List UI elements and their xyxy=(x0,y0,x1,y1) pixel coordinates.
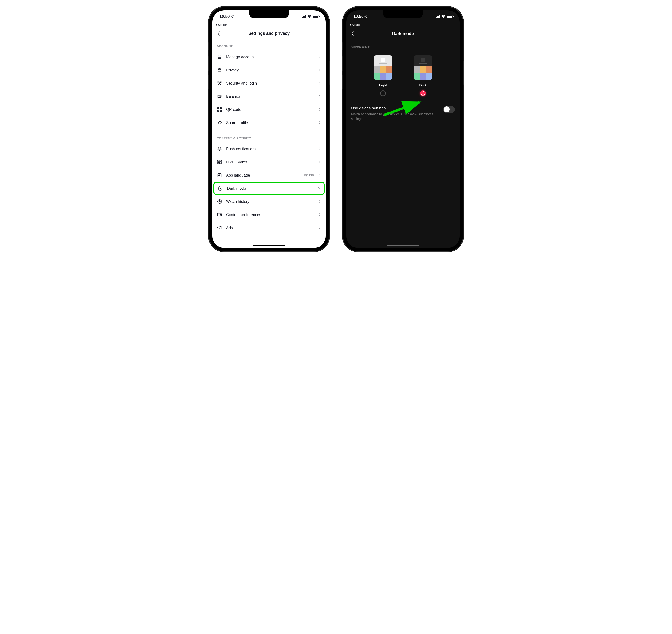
breadcrumb-back-icon xyxy=(349,24,351,26)
appearance-option-light[interactable]: ♪ Light xyxy=(374,55,392,96)
cellular-icon xyxy=(302,15,306,18)
lock-icon xyxy=(217,67,222,73)
qr-icon xyxy=(217,106,222,112)
device-setting-subtitle: Match appearance to your device's Displa… xyxy=(351,112,440,121)
settings-list[interactable]: ACCOUNT Manage accountPrivacySecurity an… xyxy=(212,39,326,248)
chevron-right-icon xyxy=(318,226,321,230)
list-row-calendar[interactable]: LIVE Events xyxy=(212,155,326,169)
use-device-settings-row: Use device settings Match appearance to … xyxy=(346,102,460,125)
chevron-left-icon xyxy=(350,31,355,36)
row-label: Push notifications xyxy=(226,147,314,151)
chevron-right-icon xyxy=(318,107,321,111)
row-label: LIVE Events xyxy=(226,160,314,164)
row-label: Content preferences xyxy=(226,213,314,217)
device-setting-toggle[interactable] xyxy=(443,106,455,113)
chevron-right-icon xyxy=(318,94,321,98)
list-row-bell[interactable]: Push notifications xyxy=(212,142,326,155)
list-row-wallet[interactable]: Balance xyxy=(212,90,326,103)
status-time: 10:50 xyxy=(219,14,230,19)
chevron-right-icon xyxy=(318,200,321,203)
battery-icon xyxy=(447,15,453,18)
row-label: Manage account xyxy=(226,55,314,59)
list-row-video[interactable]: Content preferences xyxy=(212,208,326,221)
moon-icon xyxy=(217,186,223,191)
row-label: App language xyxy=(226,173,298,177)
radio-light[interactable] xyxy=(380,91,386,96)
share-icon xyxy=(217,120,222,125)
language-icon xyxy=(217,172,222,178)
location-arrow-icon xyxy=(231,15,234,18)
list-row-moon[interactable]: Dark mode xyxy=(213,182,325,195)
page-title: Dark mode xyxy=(346,31,460,36)
list-row-share[interactable]: Share profile xyxy=(212,116,326,129)
row-label: Share profile xyxy=(226,120,314,125)
bell-icon xyxy=(217,146,222,152)
breadcrumb-label: Search xyxy=(352,23,362,27)
chevron-right-icon xyxy=(318,55,321,59)
appearance-options: ♪ Light ♪ Dark xyxy=(346,51,460,102)
appearance-label-dark: Dark xyxy=(419,83,427,87)
wifi-icon xyxy=(441,15,445,18)
notch xyxy=(249,10,289,18)
row-value: English xyxy=(302,173,314,177)
chevron-right-icon xyxy=(318,173,321,177)
darkmode-content: Appearance ♪ Light ♪ Dark xyxy=(346,39,460,248)
chevron-right-icon xyxy=(318,213,321,217)
list-row-lock[interactable]: Privacy xyxy=(212,64,326,77)
chevron-right-icon xyxy=(317,187,321,190)
notch xyxy=(383,10,423,18)
history-icon xyxy=(217,199,222,204)
chevron-left-icon xyxy=(216,31,222,36)
chevron-right-icon xyxy=(318,160,321,164)
megaphone-icon xyxy=(217,225,222,230)
wifi-icon xyxy=(307,15,311,18)
person-icon xyxy=(217,54,222,59)
location-arrow-icon xyxy=(365,15,368,18)
chevron-right-icon xyxy=(318,121,321,124)
breadcrumb-back-icon xyxy=(215,24,217,26)
shield-icon xyxy=(217,80,222,86)
page-title: Settings and privacy xyxy=(212,31,326,36)
breadcrumb[interactable]: Search xyxy=(346,23,460,28)
row-label: Balance xyxy=(226,94,314,99)
appearance-option-dark[interactable]: ♪ Dark xyxy=(414,55,432,96)
back-button[interactable] xyxy=(216,31,222,36)
list-row-language[interactable]: App languageEnglish xyxy=(212,169,326,182)
section-content-label: CONTENT & ACTIVITY xyxy=(212,131,326,142)
list-row-person[interactable]: Manage account xyxy=(212,50,326,64)
row-label: Privacy xyxy=(226,68,314,72)
chevron-right-icon xyxy=(318,68,321,72)
row-label: Dark mode xyxy=(227,186,313,191)
battery-icon xyxy=(313,15,319,18)
chevron-right-icon xyxy=(318,147,321,151)
list-row-megaphone[interactable]: Ads xyxy=(212,221,326,234)
list-row-history[interactable]: Watch history xyxy=(212,195,326,208)
phone-darkmode: 10:50 Search Dark mode Appearance xyxy=(343,7,463,251)
cellular-icon xyxy=(436,15,440,18)
home-indicator[interactable] xyxy=(387,245,419,246)
row-label: QR code xyxy=(226,107,314,112)
row-label: Ads xyxy=(226,226,314,230)
row-label: Security and login xyxy=(226,81,314,86)
radio-dark[interactable] xyxy=(420,91,426,96)
nav-header: Dark mode xyxy=(346,28,460,39)
appearance-label-light: Light xyxy=(379,83,387,87)
theme-preview-dark: ♪ xyxy=(414,55,432,80)
breadcrumb-label: Search xyxy=(218,23,228,27)
section-appearance-label: Appearance xyxy=(346,39,460,51)
theme-preview-light: ♪ xyxy=(374,55,392,80)
home-indicator[interactable] xyxy=(253,245,285,246)
nav-header: Settings and privacy xyxy=(212,28,326,39)
list-row-shield[interactable]: Security and login xyxy=(212,77,326,90)
video-icon xyxy=(217,212,222,217)
row-label: Watch history xyxy=(226,199,314,204)
calendar-icon xyxy=(217,159,222,165)
section-account-label: ACCOUNT xyxy=(212,39,326,50)
wallet-icon xyxy=(217,94,222,99)
status-time: 10:50 xyxy=(353,14,364,19)
breadcrumb[interactable]: Search xyxy=(212,23,326,28)
phone-settings: 10:50 Search Settings and privacy ACCOUN… xyxy=(209,7,329,251)
chevron-right-icon xyxy=(318,81,321,85)
back-button[interactable] xyxy=(350,31,356,36)
list-row-qr[interactable]: QR code xyxy=(212,103,326,116)
